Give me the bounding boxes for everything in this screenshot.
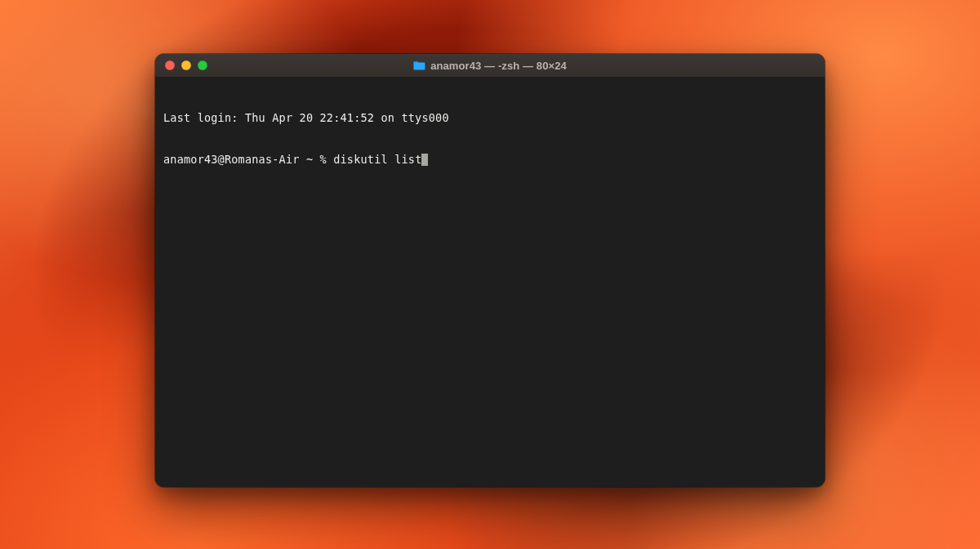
prompt-line: anamor43@Romanas-Air ~ % diskutil list — [163, 153, 817, 167]
window-titlebar[interactable]: anamor43 — -zsh — 80×24 — [155, 54, 825, 78]
cursor — [421, 154, 428, 166]
terminal-body[interactable]: Last login: Thu Apr 20 22:41:52 on ttys0… — [155, 78, 825, 487]
window-title-group: anamor43 — -zsh — 80×24 — [155, 60, 825, 72]
shell-prompt: anamor43@Romanas-Air ~ % — [163, 153, 333, 167]
minimize-button[interactable] — [181, 60, 191, 70]
close-button[interactable] — [165, 60, 175, 70]
last-login-line: Last login: Thu Apr 20 22:41:52 on ttys0… — [163, 111, 817, 125]
folder-icon — [413, 60, 425, 70]
terminal-window: anamor43 — -zsh — 80×24 Last login: Thu … — [155, 54, 825, 487]
typed-command: diskutil list — [333, 153, 421, 167]
window-title: anamor43 — -zsh — 80×24 — [430, 60, 567, 72]
zoom-button[interactable] — [198, 60, 207, 70]
traffic-lights — [155, 60, 207, 70]
